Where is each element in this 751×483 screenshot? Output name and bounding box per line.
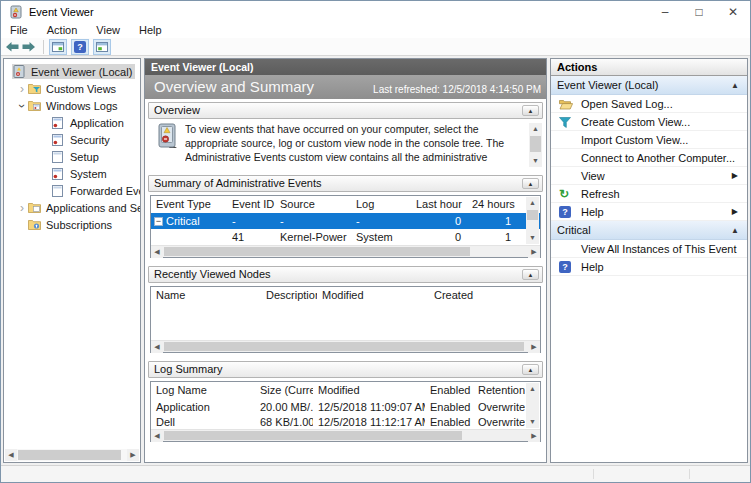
table-row-critical[interactable]: − Critical - - - 0 1: [151, 213, 540, 229]
maximize-button[interactable]: □: [682, 1, 716, 23]
column-event-type[interactable]: Event Type: [151, 196, 227, 213]
log-summary-table: Log Name Size (Curre... Modified Enabled…: [150, 381, 541, 442]
menu-view[interactable]: View: [96, 23, 120, 38]
chevron-right-icon[interactable]: ›: [16, 203, 28, 213]
scroll-down-icon[interactable]: ▼: [529, 155, 542, 167]
collapse-icon[interactable]: ▲: [731, 221, 739, 240]
overview-section-header[interactable]: Overview ▲: [148, 102, 543, 119]
column-modified[interactable]: Modified: [313, 382, 425, 399]
scroll-left-icon[interactable]: ◀: [5, 449, 17, 461]
scroll-right-icon[interactable]: ▶: [528, 246, 540, 258]
recent-nodes-section-header[interactable]: Recently Viewed Nodes ▲: [148, 266, 543, 283]
column-log-name[interactable]: Log Name: [151, 382, 255, 399]
tree-item-forwarded-events[interactable]: Forwarded Events: [4, 182, 140, 199]
close-button[interactable]: ✕: [716, 1, 750, 23]
column-enabled[interactable]: Enabled: [425, 382, 473, 399]
scroll-up-icon[interactable]: ▲: [526, 383, 539, 395]
action-refresh[interactable]: ↻ Refresh: [551, 185, 747, 203]
table-row-kernel-power[interactable]: 41 Kernel-Power System 0 1: [151, 229, 540, 245]
actions-section-event-viewer[interactable]: Event Viewer (Local) ▲: [551, 76, 747, 95]
menu-action[interactable]: Action: [47, 23, 78, 38]
action-label: Import Custom View...: [581, 134, 688, 146]
action-connect-computer[interactable]: Connect to Another Computer...: [551, 149, 747, 167]
actions-section-critical[interactable]: Critical ▲: [551, 221, 747, 240]
menu-help[interactable]: Help: [139, 23, 162, 38]
log-name-cell: Application: [151, 401, 255, 413]
log-summary-vertical-scrollbar[interactable]: ▲ ▼: [526, 383, 539, 428]
action-help[interactable]: ? Help ▶: [551, 203, 747, 221]
column-name[interactable]: Name: [151, 287, 261, 304]
show-action-pane-icon[interactable]: [93, 39, 111, 55]
column-description[interactable]: Description: [261, 287, 317, 304]
tree-item-label: Setup: [70, 151, 99, 163]
scroll-right-icon[interactable]: ▶: [127, 449, 139, 461]
collapse-row-icon[interactable]: −: [154, 217, 163, 226]
column-last-hour[interactable]: Last hour: [411, 196, 467, 213]
admin-events-vertical-scrollbar[interactable]: ▲ ▼: [526, 197, 539, 244]
tree-item-system[interactable]: System: [4, 165, 140, 182]
show-console-tree-icon[interactable]: [49, 39, 67, 55]
scrollbar-thumb[interactable]: [164, 431, 462, 440]
chevron-right-icon[interactable]: ›: [16, 84, 28, 94]
chevron-down-icon[interactable]: ›: [17, 100, 27, 112]
tree-item-application[interactable]: Application: [4, 114, 140, 131]
results-pane: Event Viewer (Local) Overview and Summar…: [144, 58, 547, 463]
collapse-icon[interactable]: ▲: [522, 269, 539, 280]
scroll-left-icon[interactable]: ◀: [151, 430, 163, 442]
column-modified[interactable]: Modified: [317, 287, 429, 304]
scroll-right-icon[interactable]: ▶: [528, 341, 540, 353]
scrollbar-thumb[interactable]: [527, 210, 538, 220]
collapse-icon[interactable]: ▲: [522, 105, 539, 116]
table-row-application[interactable]: Application 20.00 MB/... 12/5/2018 11:09…: [151, 399, 540, 414]
scroll-left-icon[interactable]: ◀: [151, 246, 163, 258]
system-log-icon: [52, 168, 66, 180]
column-size[interactable]: Size (Curre...: [255, 382, 313, 399]
scroll-down-icon[interactable]: ▼: [526, 232, 539, 244]
admin-events-horizontal-scrollbar[interactable]: ◀ ▶: [151, 245, 540, 257]
table-row-dell[interactable]: Dell 68 KB/1.00... 12/5/2018 11:12:17 AM…: [151, 414, 540, 429]
tree-item-applications-services-logs[interactable]: › Applications and Services Logs: [4, 199, 140, 216]
column-log[interactable]: Log: [351, 196, 411, 213]
action-view-all-instances[interactable]: View All Instances of This Event: [551, 240, 747, 258]
scroll-left-icon[interactable]: ◀: [151, 341, 163, 353]
action-help-critical[interactable]: ? Help: [551, 258, 747, 276]
log-summary-section: Log Summary ▲ Log Name Size (Curre... Mo…: [148, 361, 543, 442]
column-24-hours[interactable]: 24 hours: [467, 196, 517, 213]
column-retention[interactable]: Retention: [473, 382, 525, 399]
column-created[interactable]: Created: [429, 287, 519, 304]
log-summary-section-header[interactable]: Log Summary ▲: [148, 361, 543, 378]
tree-item-custom-views[interactable]: › Custom Views: [4, 80, 140, 97]
help-toolbar-icon[interactable]: ?: [71, 39, 89, 55]
tree-item-security[interactable]: Security: [4, 131, 140, 148]
log-summary-horizontal-scrollbar[interactable]: ◀ ▶: [151, 429, 540, 441]
scroll-up-icon[interactable]: ▲: [529, 123, 542, 135]
scroll-right-icon[interactable]: ▶: [528, 430, 540, 442]
scrollbar-thumb[interactable]: [18, 450, 121, 460]
tree-item-windows-logs[interactable]: › Windows Logs: [4, 97, 140, 114]
collapse-icon[interactable]: ▲: [522, 178, 539, 189]
back-icon[interactable]: [6, 39, 19, 55]
collapse-icon[interactable]: ▲: [522, 364, 539, 375]
action-open-saved-log[interactable]: Open Saved Log...: [551, 95, 747, 113]
action-import-custom-view[interactable]: Import Custom View...: [551, 131, 747, 149]
tree-item-subscriptions[interactable]: Subscriptions: [4, 216, 140, 233]
scrollbar-thumb[interactable]: [164, 247, 470, 256]
minimize-button[interactable]: –: [648, 1, 682, 23]
forward-icon[interactable]: [22, 39, 35, 55]
action-view-menu[interactable]: View ▶: [551, 167, 747, 185]
collapse-icon[interactable]: ▲: [731, 76, 739, 95]
tree-horizontal-scrollbar[interactable]: ◀ ▶: [5, 449, 139, 461]
tree-item-setup[interactable]: Setup: [4, 148, 140, 165]
recent-nodes-horizontal-scrollbar[interactable]: ◀ ▶: [151, 340, 540, 352]
scroll-down-icon[interactable]: ▼: [526, 416, 539, 428]
overview-vertical-scrollbar[interactable]: ▲ ▼: [529, 123, 542, 167]
action-create-custom-view[interactable]: Create Custom View...: [551, 113, 747, 131]
admin-events-section-header[interactable]: Summary of Administrative Events ▲: [148, 175, 543, 192]
menu-file[interactable]: File: [10, 23, 28, 38]
scrollbar-thumb[interactable]: [530, 136, 541, 152]
scrollbar-thumb[interactable]: [164, 342, 524, 351]
tree-item-event-viewer-local[interactable]: Event Viewer (Local): [4, 63, 140, 80]
scroll-up-icon[interactable]: ▲: [526, 197, 539, 209]
column-source[interactable]: Source: [275, 196, 351, 213]
column-event-id[interactable]: Event ID: [227, 196, 275, 213]
